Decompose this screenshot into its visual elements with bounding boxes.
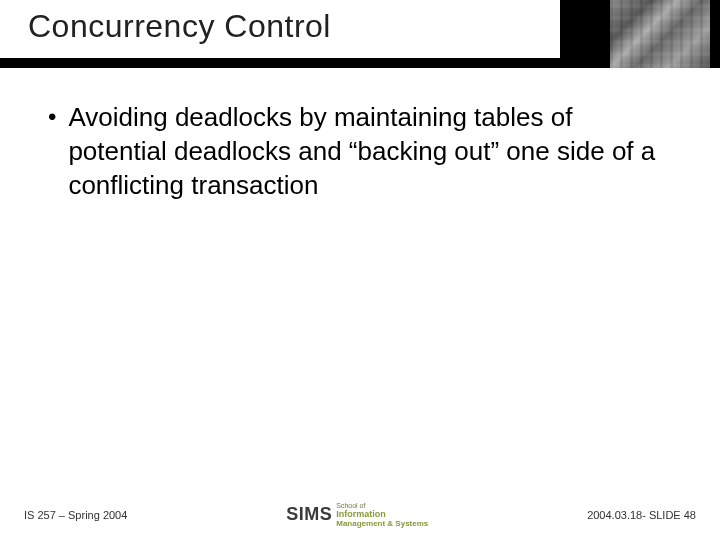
bullet-text: Avoiding deadlocks by maintaining tables… xyxy=(68,100,672,202)
footer-left-text: IS 257 – Spring 2004 xyxy=(24,509,127,521)
slide-title: Concurrency Control xyxy=(28,8,560,45)
slide-body: • Avoiding deadlocks by maintaining tabl… xyxy=(48,100,672,202)
slide: Concurrency Control • Avoiding deadlocks… xyxy=(0,0,720,540)
sims-logo-text: SIMS xyxy=(286,504,332,525)
sims-line3: Management & Systems xyxy=(336,519,428,528)
sims-subtext: School of Information Management & Syste… xyxy=(336,501,428,528)
bullet-item: • Avoiding deadlocks by maintaining tabl… xyxy=(48,100,672,202)
header-decorative-image xyxy=(610,0,710,68)
footer-right-text: 2004.03.18- SLIDE 48 xyxy=(587,509,696,521)
sims-line2: Information xyxy=(336,510,428,519)
title-box: Concurrency Control xyxy=(0,0,560,58)
bullet-marker-icon: • xyxy=(48,100,56,134)
footer-center-logo: SIMS School of Information Management & … xyxy=(286,501,428,528)
footer: IS 257 – Spring 2004 SIMS School of Info… xyxy=(0,501,720,528)
